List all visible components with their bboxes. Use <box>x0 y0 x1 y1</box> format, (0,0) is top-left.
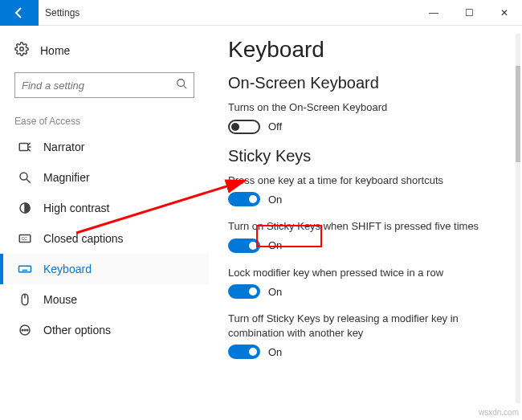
setting-desc: Turn on Sticky Keys when SHIFT is presse… <box>228 219 503 234</box>
svg-point-0 <box>20 47 24 51</box>
magnifier-icon <box>18 170 32 185</box>
watermark: wsxdn.com <box>479 408 519 417</box>
toggle-label: On <box>268 194 282 206</box>
close-button[interactable]: ✕ <box>487 0 522 26</box>
setting-desc: Turns on the On-Screen Keyboard <box>228 100 503 115</box>
cc-icon: CC <box>18 231 32 246</box>
toggle-sticky-shift5[interactable] <box>228 239 260 253</box>
svg-point-1 <box>177 80 185 87</box>
setting-desc: Press one key at a time for keyboard sho… <box>228 173 503 188</box>
section-header-osk: On-Screen Keyboard <box>228 74 503 92</box>
sidebar-item-high-contrast[interactable]: High contrast <box>0 193 209 223</box>
minimize-button[interactable]: — <box>416 0 451 26</box>
toggle-osk[interactable] <box>228 120 260 134</box>
toggle-label: On <box>268 286 282 298</box>
titlebar: Settings — ☐ ✕ <box>0 0 522 26</box>
sidebar-item-label: Magnifier <box>43 171 90 184</box>
sidebar-item-label: Other options <box>43 324 111 336</box>
sidebar-item-mouse[interactable]: Mouse <box>0 284 209 315</box>
svg-point-4 <box>20 173 27 180</box>
sidebar-item-other-options[interactable]: Other options <box>0 315 209 345</box>
search-icon <box>176 78 187 92</box>
mouse-icon <box>18 292 32 307</box>
svg-point-18 <box>24 329 26 331</box>
toggle-label: On <box>268 239 282 251</box>
back-button[interactable] <box>0 0 39 26</box>
sidebar-item-keyboard[interactable]: Keyboard <box>0 254 209 284</box>
toggle-row-sticky-1: On <box>228 192 503 206</box>
sidebar: Home Ease of Access Narrator Magnifier H… <box>0 26 209 420</box>
svg-text:CC: CC <box>22 236 28 241</box>
home-link[interactable]: Home <box>0 37 209 69</box>
toggle-label: Off <box>268 120 282 133</box>
sidebar-item-label: High contrast <box>43 202 109 214</box>
scrollbar-thumb[interactable] <box>516 66 520 162</box>
svg-point-19 <box>22 329 23 331</box>
setting-desc: Turn off Sticky Keys by releasing a modi… <box>228 312 503 340</box>
maximize-button[interactable]: ☐ <box>451 0 487 26</box>
toggle-sticky-shortcuts[interactable] <box>228 192 260 206</box>
toggle-sticky-release[interactable] <box>228 345 260 359</box>
svg-rect-3 <box>19 144 28 151</box>
toggle-sticky-lock[interactable] <box>228 284 260 299</box>
other-icon <box>18 323 32 337</box>
sidebar-item-magnifier[interactable]: Magnifier <box>0 162 209 193</box>
contrast-icon <box>18 201 32 215</box>
keyboard-icon <box>18 262 32 276</box>
toggle-label: On <box>268 346 282 358</box>
svg-rect-9 <box>19 266 31 272</box>
sidebar-item-narrator[interactable]: Narrator <box>0 132 209 162</box>
sidebar-item-label: Mouse <box>43 293 77 306</box>
main-panel: Keyboard On-Screen Keyboard Turns on the… <box>209 26 522 420</box>
sidebar-item-label: Closed captions <box>43 232 124 245</box>
toggle-row-sticky-2: On <box>228 239 503 253</box>
search-box[interactable] <box>14 72 194 98</box>
toggle-row-sticky-4: On <box>228 345 503 359</box>
narrator-icon <box>18 140 32 154</box>
toggle-row-osk: Off <box>228 120 503 134</box>
window-controls: — ☐ ✕ <box>416 0 522 26</box>
svg-point-20 <box>27 329 28 331</box>
section-header-sticky: Sticky Keys <box>228 147 503 165</box>
sidebar-item-label: Keyboard <box>43 263 92 275</box>
gear-icon <box>14 42 29 59</box>
sidebar-item-closed-captions[interactable]: CC Closed captions <box>0 223 209 254</box>
setting-desc: Lock modifier key when pressed twice in … <box>228 266 503 280</box>
window-title: Settings <box>45 7 80 18</box>
sidebar-section-header: Ease of Access <box>0 111 209 132</box>
home-label: Home <box>40 44 70 57</box>
page-title: Keyboard <box>228 37 503 63</box>
svg-line-5 <box>27 179 31 183</box>
search-input[interactable] <box>22 80 176 92</box>
svg-line-2 <box>184 86 187 89</box>
sidebar-item-label: Narrator <box>43 141 84 153</box>
arrow-left-icon <box>13 6 26 19</box>
toggle-row-sticky-3: On <box>228 284 503 299</box>
